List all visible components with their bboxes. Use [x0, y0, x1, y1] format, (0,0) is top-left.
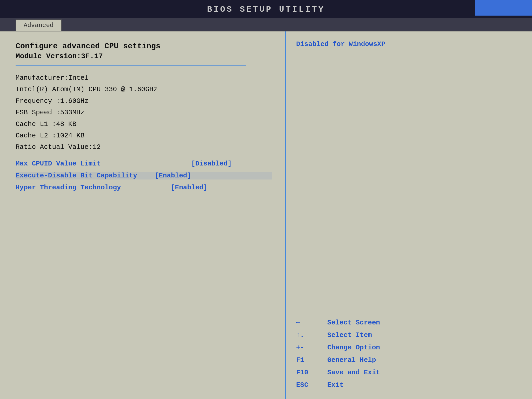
key-symbol-f1: F1 [296, 356, 327, 364]
right-panel: Disabled for WindowsXP ← Select Screen ↑… [286, 31, 532, 399]
key-help-save-exit: F10 Save and Exit [296, 369, 522, 376]
key-help-change-option: +- Change Option [296, 344, 522, 351]
key-help-exit: ESC Exit [296, 381, 522, 389]
ratio-actual-line: Ratio Actual Value:12 [16, 142, 272, 152]
key-help-general-help: F1 General Help [296, 356, 522, 364]
top-right-accent [475, 0, 532, 16]
setting-row-cpuid[interactable]: Max CPUID Value Limit [Disabled] [16, 160, 272, 168]
key-symbol-esc: ESC [296, 381, 327, 389]
module-version: Module Version:3F.17 [16, 52, 272, 60]
title-bar: BIOS SETUP UTILITY [0, 0, 532, 18]
key-help-select-screen: ← Select Screen [296, 319, 522, 327]
key-symbol-updown: ↑↓ [296, 331, 327, 339]
frequency-line: Frequency :1.60GHz [16, 96, 272, 106]
cache-l1-line: Cache L1 :48 KB [16, 119, 272, 129]
main-content: Configure advanced CPU settings Module V… [0, 31, 532, 399]
key-desc-exit: Exit [327, 381, 343, 389]
cache-l2-line: Cache L2 :1024 KB [16, 131, 272, 140]
setting-value-execute-disable: [Enabled] [151, 172, 191, 179]
divider [16, 65, 246, 66]
key-desc-change-option: Change Option [327, 344, 380, 351]
setting-row-hyperthreading[interactable]: Hyper Threading Technology [Enabled] [16, 184, 272, 191]
tab-bar: Advanced [0, 18, 532, 31]
setting-row-execute-disable[interactable]: Execute-Disable Bit Capability [Enabled] [16, 172, 272, 179]
config-title: Configure advanced CPU settings [16, 42, 272, 51]
setting-label-execute-disable: Execute-Disable Bit Capability [16, 172, 151, 179]
left-panel: Configure advanced CPU settings Module V… [0, 31, 286, 399]
key-symbol-plusminus: +- [296, 344, 327, 351]
key-help-select-item: ↑↓ Select Item [296, 331, 522, 339]
key-desc-general-help: General Help [327, 356, 376, 364]
manufacturer-line: Manufacturer:Intel [16, 73, 272, 83]
cpu-model-line: Intel(R) Atom(TM) CPU 330 @ 1.60GHz [16, 85, 272, 94]
setting-label-cpuid: Max CPUID Value Limit [16, 160, 151, 168]
key-help-section: ← Select Screen ↑↓ Select Item +- Change… [296, 314, 522, 394]
setting-value-cpuid: [Disabled] [151, 160, 232, 168]
fsb-speed-line: FSB Speed :533MHz [16, 108, 272, 117]
setting-value-hyperthreading: [Enabled] [151, 184, 207, 191]
key-symbol-arrow: ← [296, 319, 327, 327]
settings-section: Max CPUID Value Limit [Disabled] Execute… [16, 160, 272, 191]
cpu-info-section: Manufacturer:Intel Intel(R) Atom(TM) CPU… [16, 73, 272, 152]
help-text: Disabled for WindowsXP [296, 39, 522, 49]
key-desc-save-exit: Save and Exit [327, 369, 380, 376]
setting-label-hyperthreading: Hyper Threading Technology [16, 184, 151, 191]
tab-advanced[interactable]: Advanced [16, 19, 62, 31]
bios-title: BIOS SETUP UTILITY [207, 5, 325, 14]
key-symbol-f10: F10 [296, 369, 327, 376]
bios-screen: BIOS SETUP UTILITY Advanced Configure ad… [0, 0, 532, 399]
key-desc-select-screen: Select Screen [327, 319, 380, 327]
key-desc-select-item: Select Item [327, 331, 372, 339]
